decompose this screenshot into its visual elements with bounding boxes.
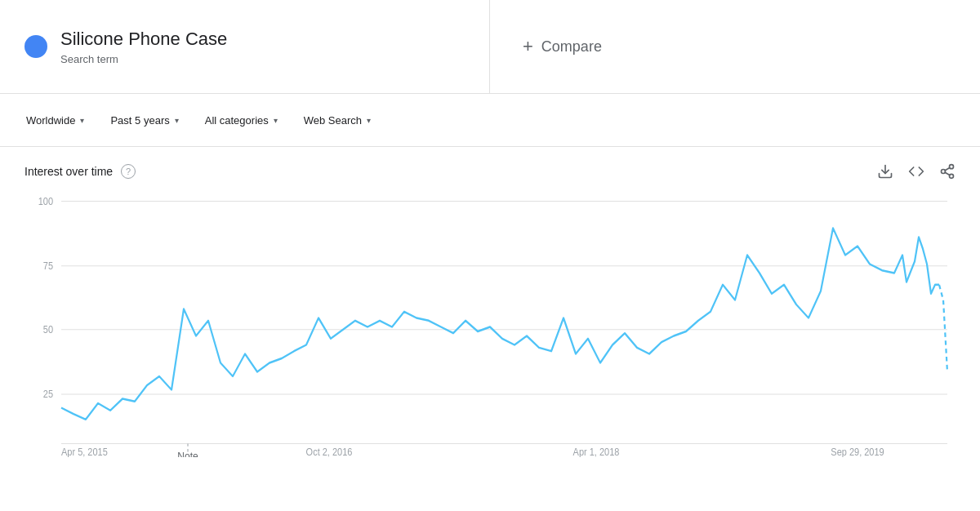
plus-icon: + (523, 36, 533, 57)
share-icon[interactable] (939, 163, 956, 180)
compare-section: + Compare (490, 0, 980, 93)
compare-label: Compare (541, 38, 602, 56)
filters-bar: Worldwide ▾ Past 5 years ▾ All categorie… (0, 94, 980, 147)
trend-line-dashed (939, 285, 947, 372)
y-label-75: 75 (43, 261, 53, 272)
help-symbol: ? (126, 167, 131, 176)
page-header: Silicone Phone Case Search term + Compar… (0, 0, 980, 94)
time-range-label: Past 5 years (110, 114, 169, 127)
category-filter[interactable]: All categories ▾ (195, 108, 287, 133)
search-type-chevron-icon: ▾ (367, 116, 371, 125)
time-range-filter[interactable]: Past 5 years ▾ (100, 108, 188, 133)
x-label-sep2019: Sep 29, 2019 (831, 447, 884, 457)
chart-title: Interest over time (24, 165, 113, 178)
note-label: Note (177, 451, 198, 457)
y-label-50: 50 (43, 325, 53, 335)
search-type-filter[interactable]: Web Search ▾ (294, 108, 381, 133)
search-term-title: Silicone Phone Case (60, 28, 227, 51)
x-label-apr2015: Apr 5, 2015 (61, 447, 108, 457)
category-label: All categories (205, 114, 269, 127)
svg-line-5 (945, 167, 950, 170)
trend-chart: 100 75 50 25 Note Apr 5, 2015 Oct 2, 201… (24, 188, 956, 457)
search-term-text: Silicone Phone Case Search term (60, 28, 227, 66)
y-label-25: 25 (43, 389, 53, 400)
download-icon[interactable] (877, 163, 893, 180)
chart-title-group: Interest over time ? (24, 164, 136, 179)
time-range-chevron-icon: ▾ (175, 116, 179, 125)
category-chevron-icon: ▾ (274, 116, 278, 125)
search-term-section: Silicone Phone Case Search term (0, 0, 490, 93)
chart-section: Interest over time ? (0, 147, 980, 465)
term-color-dot (24, 35, 47, 58)
x-label-oct2016: Oct 2, 2016 (306, 447, 353, 457)
search-type-label: Web Search (304, 114, 362, 127)
trend-line (61, 229, 939, 420)
embed-code-icon[interactable] (908, 163, 924, 180)
location-filter[interactable]: Worldwide ▾ (16, 108, 94, 133)
chart-container: 100 75 50 25 Note Apr 5, 2015 Oct 2, 201… (24, 188, 956, 457)
location-chevron-icon: ▾ (80, 116, 84, 125)
chart-header: Interest over time ? (24, 163, 956, 180)
help-icon[interactable]: ? (121, 164, 136, 179)
compare-button[interactable]: + Compare (523, 36, 602, 57)
x-label-apr2018: Apr 1, 2018 (573, 447, 620, 457)
search-term-subtitle: Search term (60, 53, 227, 65)
y-label-100: 100 (38, 196, 53, 207)
location-label: Worldwide (26, 114, 75, 127)
svg-line-4 (945, 172, 950, 175)
chart-actions (877, 163, 956, 180)
